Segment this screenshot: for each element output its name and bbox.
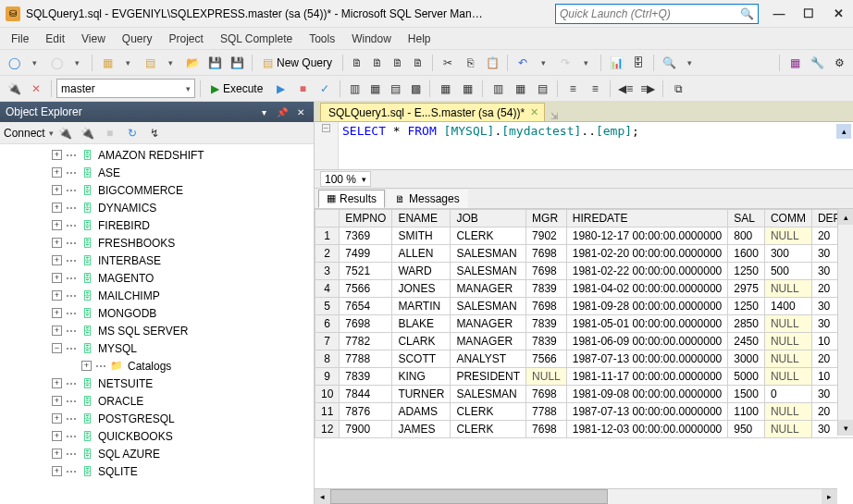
scrollbar-horizontal[interactable]: ◂ ▸ (315, 488, 837, 504)
stop-button[interactable]: ■ (100, 123, 120, 143)
sql-code[interactable]: SELECT * FROM [MYSQL].[mydactest]..[emp]… (339, 122, 643, 169)
cell[interactable]: 950 (728, 421, 765, 438)
redo-dropdown[interactable]: ▾ (575, 53, 596, 73)
scroll-up-icon[interactable]: ▴ (838, 209, 853, 225)
tab-results[interactable]: ▦ Results (318, 190, 385, 208)
cell[interactable]: NULL (764, 368, 811, 386)
expand-icon[interactable]: + (52, 203, 62, 213)
menu-edit[interactable]: Edit (38, 30, 72, 48)
cell[interactable]: 7698 (340, 315, 392, 333)
cell[interactable]: 500 (764, 263, 811, 280)
table-row[interactable]: 127900JAMESCLERK76981981-12-03 00:00:00.… (315, 421, 854, 438)
cell[interactable]: BLAKE (392, 315, 451, 333)
expand-icon[interactable]: + (52, 396, 62, 406)
close-icon[interactable]: ✕ (530, 106, 538, 118)
object-explorer-tree[interactable]: +⋯🗄AMAZON REDSHIFT+⋯🗄ASE+⋯🗄BIGCOMMERCE+⋯… (0, 144, 314, 504)
scroll-up-button[interactable]: ▴ (836, 124, 851, 139)
expand-icon[interactable]: + (52, 150, 62, 160)
cell[interactable]: 7698 (526, 298, 567, 315)
cell[interactable]: SALESMAN (451, 245, 526, 263)
expand-icon[interactable]: + (52, 449, 62, 459)
cancel-query-button[interactable]: ■ (292, 79, 313, 99)
live-stats-button[interactable]: ▦ (435, 79, 455, 99)
menu-tools[interactable]: Tools (302, 30, 342, 48)
table-row[interactable]: 37521WARDSALESMAN76981981-02-22 00:00:00… (315, 263, 854, 280)
cell[interactable]: 1981-11-17 00:00:00.0000000 (566, 368, 727, 386)
tree-item[interactable]: +⋯🗄AMAZON REDSHIFT (0, 146, 314, 164)
cell[interactable]: 1250 (728, 263, 765, 280)
nav-back-dropdown[interactable]: ▾ (24, 53, 44, 73)
cell[interactable]: 1981-05-01 00:00:00.0000000 (566, 315, 727, 333)
tree-item[interactable]: +⋯🗄MAILCHIMP (0, 287, 314, 304)
new-file-button[interactable]: ▤ (140, 53, 160, 73)
cell[interactable]: 7698 (526, 245, 567, 263)
save-button[interactable]: 💾 (204, 53, 225, 73)
column-header[interactable]: EMPNO (340, 210, 392, 227)
cell[interactable]: MARTIN (392, 298, 451, 315)
cell[interactable]: 2975 (728, 280, 765, 298)
zoom-combo[interactable]: 100 % ▾ (320, 171, 371, 187)
cell[interactable]: 300 (764, 245, 811, 263)
table-row[interactable]: 57654MARTINSALESMAN76981981-09-28 00:00:… (315, 298, 854, 315)
cell[interactable]: NULL (764, 280, 811, 298)
cell[interactable]: TURNER (392, 386, 451, 403)
menu-help[interactable]: Help (401, 30, 439, 48)
tree-item[interactable]: +⋯📁Catalogs (0, 357, 314, 375)
cell[interactable]: 7499 (340, 245, 392, 263)
cell[interactable]: 1400 (764, 298, 811, 315)
new-project-button[interactable]: ▦ (97, 53, 117, 73)
column-header[interactable]: COMM (764, 210, 811, 227)
cell[interactable]: 7839 (526, 315, 567, 333)
db-engine-query-button[interactable]: 🗎 (348, 53, 366, 73)
quick-launch-input[interactable] (560, 7, 740, 20)
tree-item[interactable]: +⋯🗄ASE (0, 164, 314, 181)
cell[interactable]: CLARK (392, 333, 451, 350)
tree-item[interactable]: +⋯🗄QUICKBOOKS (0, 427, 314, 445)
table-row[interactable]: 117876ADAMSCLERK77881987-07-13 00:00:00.… (315, 403, 854, 421)
table-row[interactable]: 47566JONESMANAGER78391981-04-02 00:00:00… (315, 280, 854, 298)
table-row[interactable]: 77782CLARKMANAGER78391981-06-09 00:00:00… (315, 333, 854, 350)
nav-forward-dropdown[interactable]: ▾ (67, 53, 87, 73)
menu-view[interactable]: View (74, 30, 113, 48)
refresh-button[interactable]: ↻ (122, 123, 142, 143)
column-header[interactable]: MGR (526, 210, 567, 227)
expand-icon[interactable]: + (52, 308, 62, 318)
cell[interactable]: 7839 (526, 333, 567, 350)
tool2-button[interactable]: 🔧 (807, 53, 827, 73)
specify-values-button[interactable]: ⧉ (668, 79, 688, 99)
disconnect-button-oe[interactable]: 🔌 (78, 123, 98, 143)
cell[interactable]: 7876 (340, 403, 392, 421)
expand-icon[interactable]: + (52, 326, 62, 336)
paste-button[interactable]: 📋 (482, 53, 502, 73)
cell[interactable]: SALESMAN (451, 298, 526, 315)
expand-icon[interactable]: + (52, 413, 62, 424)
menu-file[interactable]: File (4, 30, 36, 48)
menu-sqlcomplete[interactable]: SQL Complete (213, 30, 300, 48)
cell[interactable]: JAMES (392, 421, 451, 438)
tree-item[interactable]: +⋯🗄MS SQL SERVER (0, 322, 314, 339)
tree-item[interactable]: +⋯🗄ORACLE (0, 392, 314, 410)
table-row[interactable]: 67698BLAKEMANAGER78391981-05-01 00:00:00… (315, 315, 854, 333)
tree-item[interactable]: +⋯🗄MONGODB (0, 304, 314, 322)
expand-icon[interactable]: + (52, 466, 62, 476)
intellisense-button[interactable]: ▤ (386, 79, 404, 99)
mdx-query-button[interactable]: 🗎 (368, 53, 387, 73)
dmx-query-button[interactable]: 🗎 (389, 53, 407, 73)
table-row[interactable]: 27499ALLENSALESMAN76981981-02-20 00:00:0… (315, 245, 854, 263)
cell[interactable]: 1981-09-28 00:00:00.0000000 (566, 298, 727, 315)
cell[interactable]: NULL (764, 403, 811, 421)
expand-icon[interactable]: + (52, 167, 62, 178)
xmla-query-button[interactable]: 🗎 (409, 53, 427, 73)
expand-icon[interactable]: − (52, 343, 62, 353)
cell[interactable]: CLERK (451, 421, 526, 438)
tree-item[interactable]: +⋯🗄BIGCOMMERCE (0, 181, 314, 199)
close-button[interactable]: ✕ (829, 5, 847, 23)
maximize-button[interactable]: ☐ (799, 5, 818, 23)
cell[interactable]: 7902 (526, 227, 567, 245)
expand-icon[interactable]: + (52, 238, 62, 248)
cell[interactable]: ANALYST (451, 350, 526, 368)
decrease-indent-button[interactable]: ◀≡ (615, 79, 636, 99)
cell[interactable]: SALESMAN (451, 386, 526, 403)
column-header[interactable]: SAL (728, 210, 765, 227)
menu-window[interactable]: Window (344, 30, 399, 48)
